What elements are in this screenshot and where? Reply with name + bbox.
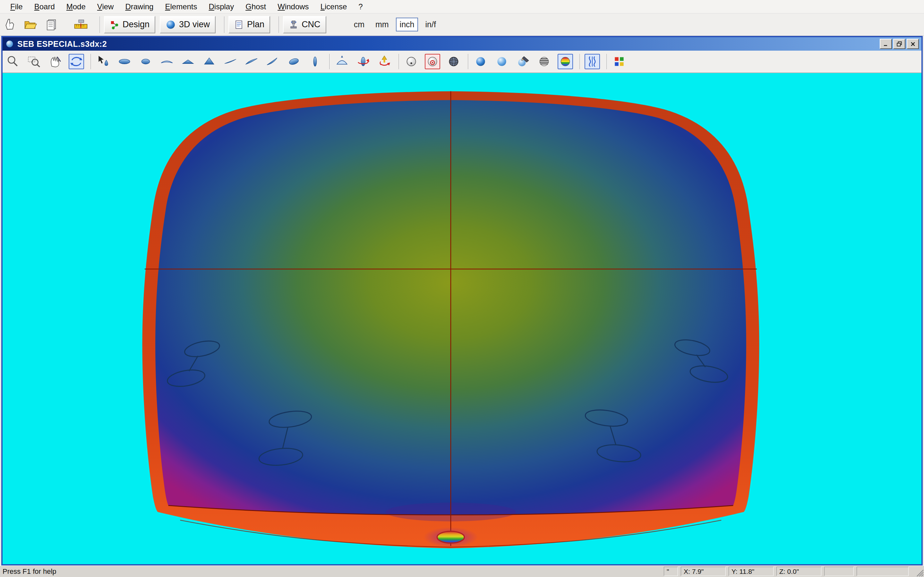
coordinate-fields: " X: 7.9" Y: 11.8" Z: 0.0" bbox=[664, 567, 909, 576]
document-window: SEB ESPECIAL.s3dx:2 bbox=[1, 36, 923, 566]
close-button[interactable] bbox=[907, 39, 919, 49]
menu-board[interactable]: Board bbox=[29, 1, 61, 13]
toolbar-separator bbox=[399, 54, 399, 69]
menu-license[interactable]: License bbox=[315, 1, 353, 13]
y-coordinate-field: Y: 11.8" bbox=[729, 567, 774, 576]
minimize-button[interactable] bbox=[880, 39, 892, 49]
board-marker-icon[interactable] bbox=[334, 54, 350, 69]
toolbar-separator bbox=[606, 54, 607, 69]
view-toolbar bbox=[3, 51, 921, 73]
menu-bar: File Board Mode View Drawing Elements Di… bbox=[0, 0, 924, 13]
sphere-lines-icon[interactable] bbox=[536, 54, 552, 69]
document-icon bbox=[5, 39, 14, 48]
menu-drawing[interactable]: Drawing bbox=[120, 1, 159, 13]
slice-curve-icon[interactable] bbox=[244, 54, 259, 69]
status-field-extra-2 bbox=[857, 567, 909, 576]
resize-grip[interactable] bbox=[914, 567, 923, 576]
menu-help[interactable]: ? bbox=[352, 1, 368, 13]
sphere-light-icon[interactable] bbox=[494, 54, 509, 69]
menu-elements[interactable]: Elements bbox=[159, 1, 203, 13]
toolbar-separator bbox=[468, 54, 468, 69]
z-coordinate-field: Z: 0.0" bbox=[776, 567, 821, 576]
design-graph-icon bbox=[110, 20, 120, 29]
slice-vertical-icon[interactable] bbox=[307, 54, 323, 69]
3d-view-button-label: 3D view bbox=[179, 19, 210, 29]
status-bar: Press F1 for help " X: 7.9" Y: 11.8" Z: … bbox=[0, 566, 924, 577]
viewport-3d[interactable] bbox=[3, 73, 921, 564]
zoom-window-icon[interactable] bbox=[26, 54, 42, 69]
ruler-icon[interactable] bbox=[73, 17, 89, 32]
menu-ghost[interactable]: Ghost bbox=[240, 1, 272, 13]
cursor-hand-icon[interactable] bbox=[2, 17, 17, 32]
zoom-in-icon[interactable] bbox=[5, 54, 21, 69]
thickness-ellipse-icon[interactable] bbox=[138, 54, 153, 69]
document-title: SEB ESPECIAL.s3dx:2 bbox=[17, 39, 107, 49]
status-field-extra-1 bbox=[824, 567, 854, 576]
status-help-text: Press F1 for help bbox=[3, 567, 57, 576]
unit-selector: cm mm inch in/f bbox=[350, 18, 440, 31]
slice-thin-icon[interactable] bbox=[223, 54, 238, 69]
save-book-icon[interactable] bbox=[44, 17, 59, 32]
toolbar-separator bbox=[90, 54, 91, 69]
rotate-x-axis-icon[interactable] bbox=[376, 54, 392, 69]
main-toolbar: Design 3D view Plan CNC cm mm inch in/f bbox=[0, 13, 924, 36]
application-window: File Board Mode View Drawing Elements Di… bbox=[0, 0, 924, 577]
rocker-curve-icon[interactable] bbox=[159, 54, 174, 69]
sphere-rainbow-icon[interactable] bbox=[557, 54, 573, 69]
sphere-blue-icon[interactable] bbox=[473, 54, 488, 69]
menu-view[interactable]: View bbox=[91, 1, 120, 13]
sphere-wireframe-icon[interactable] bbox=[446, 54, 461, 69]
toolbar-separator bbox=[329, 54, 330, 69]
menu-mode[interactable]: Mode bbox=[61, 1, 91, 13]
outline-ellipse-icon[interactable] bbox=[117, 54, 132, 69]
sphere-3d-icon bbox=[166, 19, 176, 30]
cnc-button-label: CNC bbox=[302, 19, 320, 29]
rotate-y-axis-icon[interactable] bbox=[355, 54, 371, 69]
flow-lines-icon[interactable] bbox=[585, 54, 600, 69]
rotate-3d-icon[interactable] bbox=[69, 54, 84, 69]
cnc-machine-icon bbox=[289, 20, 298, 29]
menu-file[interactable]: File bbox=[5, 1, 29, 13]
toolbar-separator bbox=[224, 16, 225, 33]
unit-field: " bbox=[664, 567, 678, 576]
slice-diagonal-icon[interactable] bbox=[265, 54, 280, 69]
plan-button[interactable]: Plan bbox=[228, 16, 270, 33]
menu-display[interactable]: Display bbox=[203, 1, 240, 13]
color-squares-icon[interactable] bbox=[612, 54, 627, 69]
sphere-red-ring-icon[interactable] bbox=[425, 54, 440, 69]
design-button[interactable]: Design bbox=[104, 16, 155, 33]
pan-hand-icon[interactable] bbox=[47, 54, 63, 69]
restore-button[interactable] bbox=[893, 39, 905, 49]
plan-button-label: Plan bbox=[247, 19, 264, 29]
unit-cm[interactable]: cm bbox=[350, 18, 368, 31]
3d-view-button[interactable]: 3D view bbox=[160, 16, 216, 33]
toolbar-separator bbox=[99, 16, 100, 33]
rail-triangle-icon[interactable] bbox=[202, 54, 217, 69]
menu-windows[interactable]: Windows bbox=[272, 1, 314, 13]
toolbar-separator bbox=[580, 54, 580, 69]
unit-inch[interactable]: inch bbox=[396, 18, 418, 31]
select-point-icon[interactable] bbox=[95, 54, 111, 69]
design-button-label: Design bbox=[123, 19, 150, 29]
unit-mm[interactable]: mm bbox=[372, 18, 393, 31]
x-coordinate-field: X: 7.9" bbox=[681, 567, 726, 576]
slice-blob-icon[interactable] bbox=[286, 54, 302, 69]
document-titlebar: SEB ESPECIAL.s3dx:2 bbox=[3, 37, 921, 51]
surfboard-3d-render bbox=[3, 73, 921, 564]
open-folder-icon[interactable] bbox=[23, 17, 38, 32]
plan-document-icon bbox=[234, 20, 244, 29]
sphere-pencil-icon[interactable] bbox=[515, 54, 531, 69]
unit-inf[interactable]: in/f bbox=[421, 18, 439, 31]
cnc-button[interactable]: CNC bbox=[283, 16, 326, 33]
bottom-triangle-icon[interactable] bbox=[180, 54, 196, 69]
sphere-dot-icon[interactable] bbox=[404, 54, 419, 69]
toolbar-separator bbox=[278, 16, 279, 33]
